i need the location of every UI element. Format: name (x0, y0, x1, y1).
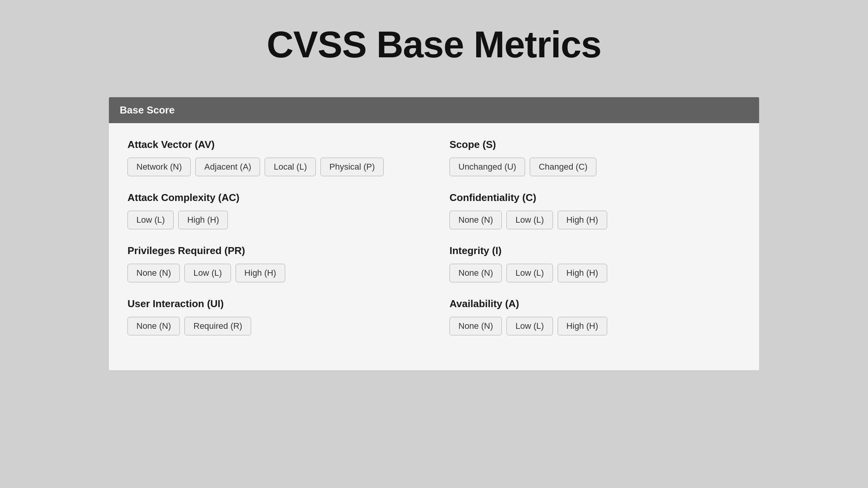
btn-privileges-required-highh[interactable]: High (H) (236, 264, 285, 282)
metric-label-scope: Scope (S) (450, 139, 741, 151)
metric-label-confidentiality: Confidentiality (C) (450, 192, 741, 204)
metric-group-availability: Availability (A)None (N)Low (L)High (H) (450, 298, 741, 335)
metric-group-attack-complexity: Attack Complexity (AC)Low (L)High (H) (127, 192, 418, 229)
metric-label-integrity: Integrity (I) (450, 245, 741, 257)
btn-privileges-required-lowl[interactable]: Low (L) (184, 264, 231, 282)
metric-group-privileges-required: Privileges Required (PR)None (N)Low (L)H… (127, 245, 418, 282)
metric-group-attack-vector: Attack Vector (AV)Network (N)Adjacent (A… (127, 139, 418, 176)
metric-buttons-attack-vector: Network (N)Adjacent (A)Local (L)Physical… (127, 158, 418, 176)
btn-attack-complexity-lowl[interactable]: Low (L) (127, 211, 174, 229)
card-body: Attack Vector (AV)Network (N)Adjacent (A… (109, 123, 759, 370)
metric-label-availability: Availability (A) (450, 298, 741, 310)
metric-label-attack-vector: Attack Vector (AV) (127, 139, 418, 151)
btn-attack-vector-locall[interactable]: Local (L) (265, 158, 316, 176)
metrics-column: Scope (S)Unchanged (U)Changed (C)Confide… (450, 139, 741, 351)
btn-attack-vector-adjacenta[interactable]: Adjacent (A) (195, 158, 260, 176)
metric-group-integrity: Integrity (I)None (N)Low (L)High (H) (450, 245, 741, 282)
btn-availability-nonen[interactable]: None (N) (450, 317, 502, 335)
metric-buttons-scope: Unchanged (U)Changed (C) (450, 158, 741, 176)
card-header-title: Base Score (120, 104, 175, 116)
metrics-column: Attack Vector (AV)Network (N)Adjacent (A… (127, 139, 418, 351)
metric-buttons-privileges-required: None (N)Low (L)High (H) (127, 264, 418, 282)
btn-scope-changedc[interactable]: Changed (C) (530, 158, 596, 176)
btn-scope-unchangedu[interactable]: Unchanged (U) (450, 158, 525, 176)
metric-buttons-user-interaction: None (N)Required (R) (127, 317, 418, 335)
btn-integrity-lowl[interactable]: Low (L) (506, 264, 553, 282)
metric-buttons-confidentiality: None (N)Low (L)High (H) (450, 211, 741, 229)
btn-availability-lowl[interactable]: Low (L) (506, 317, 553, 335)
btn-user-interaction-nonen[interactable]: None (N) (127, 317, 180, 335)
btn-user-interaction-requiredr[interactable]: Required (R) (184, 317, 251, 335)
metric-group-user-interaction: User Interaction (UI)None (N)Required (R… (127, 298, 418, 335)
card-header: Base Score (109, 97, 759, 123)
metric-buttons-integrity: None (N)Low (L)High (H) (450, 264, 741, 282)
base-score-card: Base Score Attack Vector (AV)Network (N)… (108, 97, 760, 371)
btn-confidentiality-lowl[interactable]: Low (L) (506, 211, 553, 229)
metric-label-attack-complexity: Attack Complexity (AC) (127, 192, 418, 204)
btn-attack-complexity-highh[interactable]: High (H) (178, 211, 228, 229)
metric-buttons-attack-complexity: Low (L)High (H) (127, 211, 418, 229)
btn-availability-highh[interactable]: High (H) (558, 317, 607, 335)
btn-integrity-nonen[interactable]: None (N) (450, 264, 502, 282)
btn-integrity-highh[interactable]: High (H) (558, 264, 607, 282)
metric-group-scope: Scope (S)Unchanged (U)Changed (C) (450, 139, 741, 176)
metric-label-user-interaction: User Interaction (UI) (127, 298, 418, 310)
btn-confidentiality-highh[interactable]: High (H) (558, 211, 607, 229)
btn-confidentiality-nonen[interactable]: None (N) (450, 211, 502, 229)
btn-privileges-required-nonen[interactable]: None (N) (127, 264, 180, 282)
metric-group-confidentiality: Confidentiality (C)None (N)Low (L)High (… (450, 192, 741, 229)
btn-attack-vector-physicalp[interactable]: Physical (P) (320, 158, 384, 176)
btn-attack-vector-networkn[interactable]: Network (N) (127, 158, 191, 176)
page-title: CVSS Base Metrics (267, 23, 601, 66)
metric-label-privileges-required: Privileges Required (PR) (127, 245, 418, 257)
metric-buttons-availability: None (N)Low (L)High (H) (450, 317, 741, 335)
